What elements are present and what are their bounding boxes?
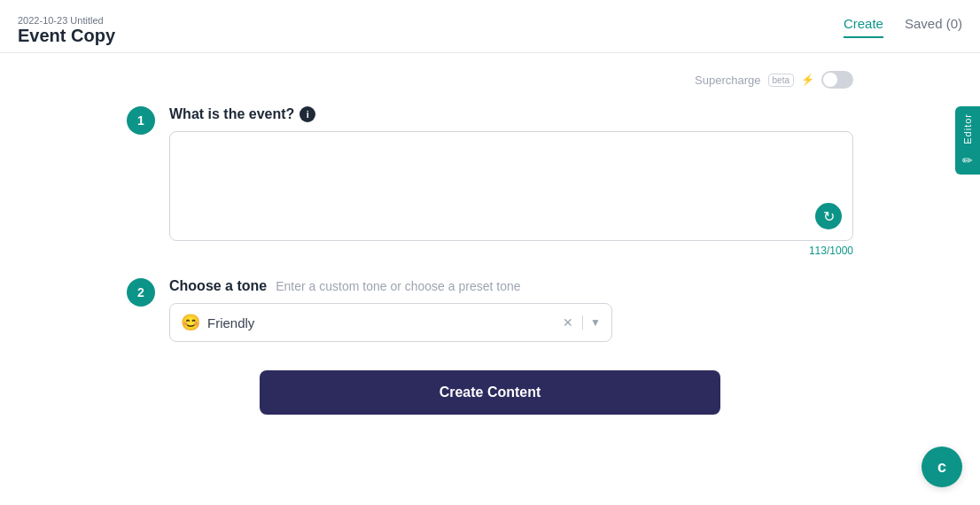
tone-select[interactable]: 😊 Friendly ✕ ▼ bbox=[169, 303, 612, 342]
step-1-label-text: What is the event? bbox=[169, 106, 294, 122]
step-2-label-row: Choose a tone Enter a custom tone or cho… bbox=[169, 278, 853, 294]
tone-emoji: 😊 bbox=[181, 313, 200, 332]
header-nav: Create Saved (0) bbox=[844, 16, 962, 45]
step-1-row: 1 What is the event? i ↻ 113/1000 bbox=[127, 106, 853, 257]
step-2-label-text: Choose a tone bbox=[169, 278, 267, 294]
tone-value: Friendly bbox=[207, 315, 561, 330]
tone-dropdown-icon[interactable]: ▼ bbox=[590, 316, 601, 329]
page-title: Event Copy bbox=[18, 26, 115, 46]
nav-saved[interactable]: Saved (0) bbox=[905, 16, 962, 38]
step-1-circle: 1 bbox=[127, 106, 155, 135]
editor-pencil-icon: ✏ bbox=[962, 153, 973, 167]
beta-badge: beta bbox=[768, 74, 794, 87]
header: 2022-10-23 Untitled Event Copy Create Sa… bbox=[0, 0, 980, 53]
create-content-button[interactable]: Create Content bbox=[260, 370, 720, 415]
tone-actions: ✕ ▼ bbox=[561, 314, 601, 331]
tone-clear-button[interactable]: ✕ bbox=[561, 314, 575, 331]
textarea-wrapper: ↻ bbox=[169, 131, 853, 241]
editor-label: Editor bbox=[962, 113, 973, 144]
step-2-circle: 2 bbox=[127, 278, 155, 307]
tone-divider bbox=[582, 315, 583, 330]
header-left: 2022-10-23 Untitled Event Copy bbox=[18, 15, 115, 46]
toggle-thumb bbox=[823, 73, 837, 87]
tone-hint: Enter a custom tone or choose a preset t… bbox=[276, 279, 520, 293]
info-icon[interactable]: i bbox=[299, 106, 315, 122]
lightning-icon: ⚡ bbox=[801, 74, 814, 86]
nav-create[interactable]: Create bbox=[844, 16, 883, 38]
main-content: Supercharge beta ⚡ 1 What is the event? … bbox=[91, 53, 889, 432]
step-1-label: What is the event? i bbox=[169, 106, 853, 122]
editor-sidebar[interactable]: Editor ✏ bbox=[955, 106, 980, 175]
header-subtitle: 2022-10-23 Untitled bbox=[18, 15, 115, 26]
event-textarea[interactable] bbox=[183, 144, 840, 224]
step-2-row: 2 Choose a tone Enter a custom tone or c… bbox=[127, 278, 853, 342]
floating-avatar[interactable]: c bbox=[922, 447, 962, 487]
supercharge-label: Supercharge bbox=[695, 74, 760, 87]
step-2-content: Choose a tone Enter a custom tone or cho… bbox=[169, 278, 853, 342]
refresh-button[interactable]: ↻ bbox=[815, 203, 842, 229]
step-1-content: What is the event? i ↻ 113/1000 bbox=[169, 106, 853, 257]
create-button-wrapper: Create Content bbox=[127, 370, 853, 415]
char-count: 113/1000 bbox=[169, 245, 853, 257]
supercharge-toggle[interactable] bbox=[821, 71, 853, 89]
supercharge-row: Supercharge beta ⚡ bbox=[127, 71, 853, 89]
